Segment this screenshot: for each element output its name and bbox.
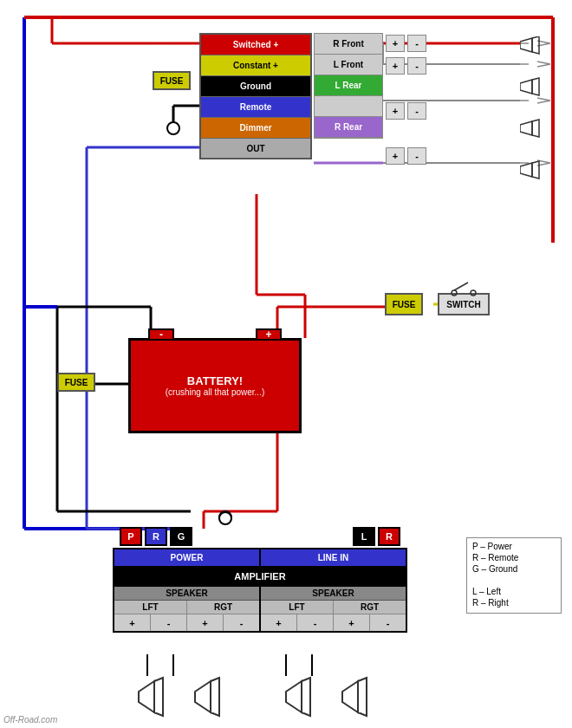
channel-labels-panel: R Front L Front L Rear R Rear [314, 33, 383, 139]
hu-row-constant: Constant + [201, 55, 310, 76]
svg-marker-75 [342, 681, 358, 712]
amp-spk-right-label: SPEAKER [261, 587, 406, 601]
amp-main-label: AMPLIFIER [113, 568, 407, 585]
hu-row-switched: Switched + [201, 35, 310, 55]
svg-marker-73 [286, 681, 302, 712]
ground-circle-head-unit [166, 121, 180, 135]
hu-out-label: OUT [246, 144, 264, 153]
svg-marker-71 [195, 681, 211, 712]
pin-l: L [353, 527, 375, 546]
svg-line-68 [454, 283, 468, 290]
rf-minus: - [407, 35, 426, 52]
svg-marker-74 [302, 678, 310, 716]
rr-terminals: + - [386, 146, 426, 166]
battery-pos-terminal: + [256, 328, 282, 341]
lf-minus: - [407, 57, 426, 75]
amp-spk-lft: LFT [114, 601, 187, 614]
amp-spk-left-label: SPEAKER [114, 587, 259, 601]
amp-spk-rgt: RGT [187, 601, 259, 614]
ch-l-front: L Front [315, 55, 382, 75]
hu-dimmer-label: Dimmer [201, 123, 310, 133]
svg-marker-61 [532, 78, 539, 95]
amp-pin-row: P R G L R [113, 527, 407, 546]
pin-p: P [120, 527, 142, 546]
legend-r: R – Remote [472, 553, 556, 562]
ch-r-front: R Front [315, 34, 382, 55]
hu-out-row: OUT [201, 139, 310, 158]
ch-r-rear [315, 96, 382, 117]
amp-spk-left: SPEAKER LFT RGT + - + - [114, 587, 261, 631]
rf-terminals: + - [386, 33, 426, 54]
amp-spk-right: SPEAKER LFT RGT + - + - [261, 587, 406, 631]
amp-term-r1: + [261, 614, 297, 631]
hu-switched-label: Switched + [201, 40, 310, 49]
svg-marker-72 [211, 678, 219, 716]
fuse-battery: FUSE [57, 373, 95, 392]
hu-row-remote: Remote [201, 97, 310, 118]
speaker-icons-right [520, 36, 551, 192]
rf-plus: + [386, 35, 405, 52]
svg-point-66 [452, 290, 457, 296]
battery-neg-terminal: - [148, 328, 174, 341]
legend-spacer [472, 575, 556, 585]
hu-ground-label: Ground [201, 81, 310, 91]
amp-speaker-sections: SPEAKER LFT RGT + - + - SPEAKER LFT RGT … [113, 585, 407, 633]
fuse-head-unit: FUSE [153, 71, 191, 90]
amp-term-r3: + [334, 614, 370, 631]
hu-remote-label: Remote [201, 102, 310, 112]
svg-marker-69 [139, 681, 154, 712]
watermark: Off-Road.com [3, 715, 57, 725]
lf-terminals: + - [386, 55, 426, 76]
hu-constant-label: Constant + [201, 61, 310, 70]
amp-spk-r-rgt: RGT [334, 601, 406, 614]
hu-row-ground: Ground [201, 76, 310, 97]
battery: - + BATTERY! (crushing all that power...… [128, 338, 302, 433]
svg-point-67 [471, 290, 476, 296]
pin-r: R [145, 527, 167, 546]
ch-r-rear-label: R Rear [315, 117, 382, 138]
speaker-terminals-right: + - + - + - + - [386, 33, 426, 168]
amp-linein-section: LINE IN [261, 549, 406, 566]
svg-marker-59 [532, 36, 539, 54]
amp-term-l1: + [114, 614, 151, 631]
svg-marker-76 [358, 678, 367, 716]
svg-marker-60 [520, 80, 532, 94]
amp-term-r2: - [297, 614, 334, 631]
amp-spk-right-channels: LFT RGT [261, 601, 406, 614]
ch-l-rear: L Rear [315, 75, 382, 96]
amp-sections-row: POWER LINE IN [113, 548, 407, 568]
amp-spk-left-terms: + - + - [114, 614, 259, 631]
pin-r-linein: R [378, 527, 400, 546]
amp-term-r4: - [370, 614, 406, 631]
lf-plus: + [386, 57, 405, 75]
svg-marker-62 [520, 121, 532, 135]
rr-plus: + [386, 147, 405, 165]
fuse-amp-power: FUSE [385, 293, 423, 315]
amp-term-l2: - [151, 614, 187, 631]
lr-minus: - [407, 102, 426, 120]
amplifier: P R G L R POWER LINE IN AMPLIFIER [113, 527, 407, 633]
svg-marker-70 [154, 678, 163, 716]
rr-minus: - [407, 147, 426, 165]
head-unit: Switched + Constant + Ground Remote Dimm… [199, 33, 312, 159]
amp-term-l4: - [224, 614, 259, 631]
amp-spk-r-lft: LFT [261, 601, 334, 614]
amp-linein-pins: L R [353, 527, 407, 546]
ground-circle-amp [218, 511, 232, 525]
svg-marker-65 [532, 161, 539, 179]
lr-terminals: + - [386, 101, 426, 121]
legend-p: P – Power [472, 542, 556, 551]
svg-marker-64 [520, 163, 532, 177]
svg-marker-63 [532, 120, 539, 137]
amp-term-l3: + [187, 614, 224, 631]
amp-spk-right-terms: + - + - [261, 614, 406, 631]
battery-title: BATTERY! [187, 374, 243, 387]
svg-marker-58 [520, 38, 532, 52]
lr-plus: + [386, 102, 405, 120]
bottom-speakers [113, 674, 407, 722]
legend-l: L – Left [472, 587, 556, 596]
amp-spk-left-channels: LFT RGT [114, 601, 259, 614]
legend-rr: R – Right [472, 598, 556, 608]
legend-g: G – Ground [472, 564, 556, 574]
hu-row-dimmer: Dimmer [201, 118, 310, 139]
